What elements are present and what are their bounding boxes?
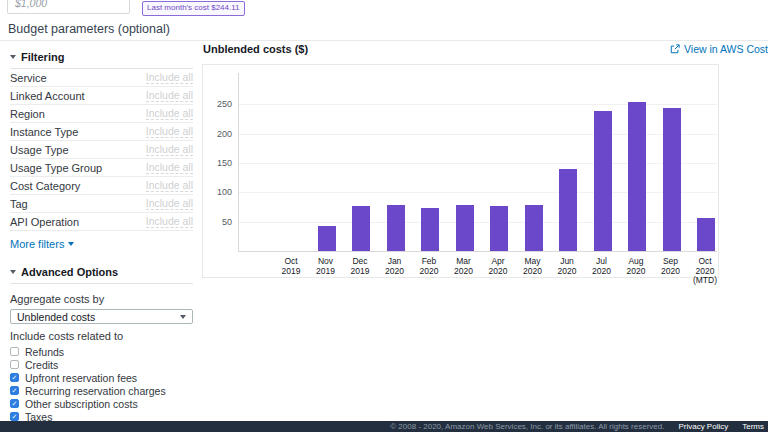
filter-name: Usage Type <box>10 144 69 156</box>
filter-row-region[interactable]: RegionInclude all <box>10 105 193 123</box>
bar-aug-2020[interactable] <box>628 102 646 251</box>
checkbox-checked[interactable]: ✓ <box>10 399 19 408</box>
filter-row-service[interactable]: ServiceInclude all <box>10 69 193 87</box>
bar-jul-2020[interactable] <box>594 111 612 251</box>
filter-row-linked-account[interactable]: Linked AccountInclude all <box>10 87 193 105</box>
chart-title: Unblended costs ($) <box>203 43 308 55</box>
filter-name: Cost Category <box>10 180 80 192</box>
y-axis-tick: 100 <box>206 187 232 197</box>
x-axis-tick-line: (MTD) <box>684 276 726 286</box>
filter-row-usage-type[interactable]: Usage TypeInclude all <box>10 141 193 159</box>
bar-jan-2020[interactable] <box>387 205 405 251</box>
filter-row-api-operation[interactable]: API OperationInclude all <box>10 213 193 231</box>
filter-include-all-value[interactable]: Include all <box>146 71 193 84</box>
page-title: Budget parameters (optional) <box>8 22 170 36</box>
checkbox-checked[interactable]: ✓ <box>10 412 19 421</box>
checkbox-unchecked[interactable] <box>10 347 19 356</box>
divider <box>0 40 768 41</box>
checkbox-checked[interactable]: ✓ <box>10 373 19 382</box>
checkbox-label: Other subscription costs <box>25 398 138 410</box>
checkbox-label: Credits <box>25 359 58 371</box>
footer-bar: © 2008 - 2020, Amazon Web Services, Inc.… <box>0 421 768 432</box>
copyright-text: © 2008 - 2020, Amazon Web Services, Inc.… <box>390 422 664 431</box>
chart-plot-area <box>238 73 717 252</box>
y-axis-tick: 200 <box>206 129 232 139</box>
bar-jun-2020[interactable] <box>559 169 577 251</box>
view-in-cost-explorer-label: View in AWS Cost Explorer <box>684 43 768 55</box>
y-axis-tick: 50 <box>206 217 232 227</box>
checkbox-row-other-subscription-costs[interactable]: ✓Other subscription costs <box>10 397 193 410</box>
filter-name: Tag <box>10 198 28 210</box>
checkbox-checked[interactable]: ✓ <box>10 386 19 395</box>
filter-include-all-value[interactable]: Include all <box>146 143 193 156</box>
bar-mar-2020[interactable] <box>456 205 474 251</box>
checkbox-row-recurring-reservation-charges[interactable]: ✓Recurring reservation charges <box>10 384 193 397</box>
chevron-down-icon <box>68 242 74 246</box>
bar-oct-2020-mtd[interactable] <box>697 218 715 251</box>
budget-amount-input[interactable] <box>7 0 130 14</box>
checkbox-row-upfront-reservation-fees[interactable]: ✓Upfront reservation fees <box>10 371 193 384</box>
footer-link-privacy-policy[interactable]: Privacy Policy <box>678 422 728 431</box>
aggregate-costs-label: Aggregate costs by <box>10 293 193 305</box>
filter-sidebar: Filtering ServiceInclude allLinked Accou… <box>10 48 193 432</box>
last-month-cost-badge: Last month's cost $244.11 <box>142 1 245 16</box>
bar-sep-2020[interactable] <box>663 108 681 251</box>
filter-row-list: ServiceInclude allLinked AccountInclude … <box>10 69 193 231</box>
filter-include-all-value[interactable]: Include all <box>146 179 193 192</box>
filter-include-all-value[interactable]: Include all <box>146 197 193 210</box>
y-axis-tick: 150 <box>206 158 232 168</box>
filter-row-instance-type[interactable]: Instance TypeInclude all <box>10 123 193 141</box>
bar-nov-2019[interactable] <box>318 226 336 251</box>
filter-name: Usage Type Group <box>10 162 102 174</box>
unblended-costs-chart: 50100150200250Oct2019Nov2019Dec2019Jan20… <box>202 64 719 278</box>
filtering-section-header[interactable]: Filtering <box>10 48 193 69</box>
filter-name: API Operation <box>10 216 79 228</box>
external-link-icon <box>670 44 680 54</box>
checkbox-label: Refunds <box>25 346 64 358</box>
checkbox-row-refunds[interactable]: Refunds <box>10 345 193 358</box>
include-costs-checkbox-list: RefundsCredits✓Upfront reservation fees✓… <box>10 345 193 432</box>
chevron-down-icon <box>10 270 16 274</box>
checkbox-unchecked[interactable] <box>10 360 19 369</box>
bar-feb-2020[interactable] <box>421 208 439 251</box>
filter-include-all-value[interactable]: Include all <box>146 125 193 138</box>
aggregate-costs-value: Unblended costs <box>17 311 95 323</box>
more-filters-link[interactable]: More filters <box>10 238 193 250</box>
advanced-options-header[interactable]: Advanced Options <box>10 263 193 284</box>
checkmark-icon: ✓ <box>12 400 18 407</box>
filter-include-all-value[interactable]: Include all <box>146 215 193 228</box>
filter-include-all-value[interactable]: Include all <box>146 161 193 174</box>
checkmark-icon: ✓ <box>12 387 18 394</box>
filter-name: Region <box>10 108 45 120</box>
bar-may-2020[interactable] <box>525 205 543 251</box>
filtering-header-label: Filtering <box>21 51 64 63</box>
filter-include-all-value[interactable]: Include all <box>146 89 193 102</box>
footer-link-terms[interactable]: Terms <box>742 422 764 431</box>
filter-row-cost-category[interactable]: Cost CategoryInclude all <box>10 177 193 195</box>
filter-name: Service <box>10 72 47 84</box>
view-in-cost-explorer-link[interactable]: View in AWS Cost Explorer <box>670 43 768 55</box>
advanced-options-label: Advanced Options <box>21 266 118 278</box>
more-filters-label: More filters <box>10 238 64 250</box>
filter-row-tag[interactable]: TagInclude all <box>10 195 193 213</box>
filter-name: Linked Account <box>10 90 85 102</box>
chevron-down-icon <box>180 315 186 319</box>
bar-apr-2020[interactable] <box>490 206 508 251</box>
aws-budgets-page: Last month's cost $244.11 Budget paramet… <box>0 0 768 432</box>
chevron-down-icon <box>10 55 16 59</box>
y-axis-tick: 250 <box>206 99 232 109</box>
filter-name: Instance Type <box>10 126 78 138</box>
checkmark-icon: ✓ <box>12 413 18 420</box>
include-costs-label: Include costs related to <box>10 330 193 342</box>
bar-dec-2019[interactable] <box>352 206 370 251</box>
filter-include-all-value[interactable]: Include all <box>146 107 193 120</box>
checkbox-label: Upfront reservation fees <box>25 372 137 384</box>
checkbox-row-credits[interactable]: Credits <box>10 358 193 371</box>
aggregate-costs-select[interactable]: Unblended costs <box>10 309 193 324</box>
checkmark-icon: ✓ <box>12 374 18 381</box>
filter-row-usage-type-group[interactable]: Usage Type GroupInclude all <box>10 159 193 177</box>
checkbox-label: Recurring reservation charges <box>25 385 166 397</box>
x-axis-tick: Oct2020(MTD) <box>684 257 726 286</box>
